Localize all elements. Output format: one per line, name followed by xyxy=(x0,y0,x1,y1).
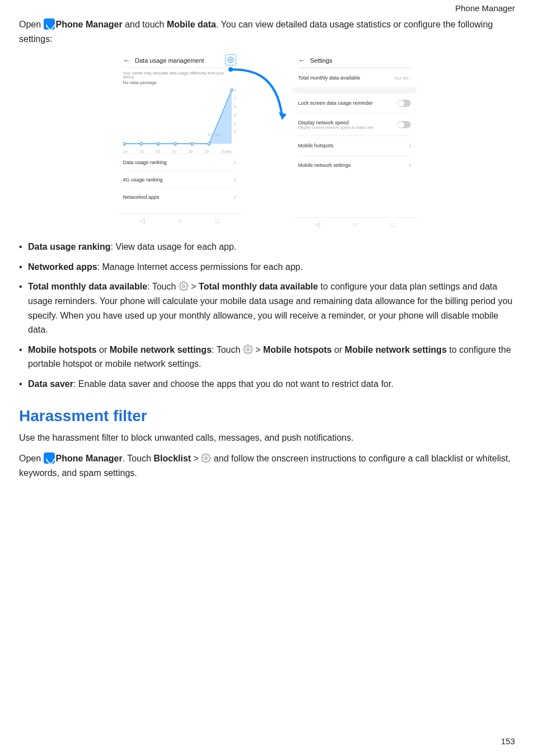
intro-paragraph: Open Phone Manager and touch Mobile data… xyxy=(19,17,515,46)
chevron-right-icon: › xyxy=(409,142,411,150)
page-number: 153 xyxy=(501,736,515,746)
svg-point-4 xyxy=(157,142,159,145)
nav-back-icon[interactable]: ◁ xyxy=(315,221,320,228)
svg-point-3 xyxy=(140,142,142,145)
nav-home-icon[interactable]: ○ xyxy=(178,217,182,224)
svg-point-0 xyxy=(229,59,231,61)
list-item: Networked apps: Manage Internet access p… xyxy=(28,260,515,274)
harassment-instructions: Open Phone Manager. Touch Blocklist > an… xyxy=(19,451,515,480)
list-item: Mobile hotspots or Mobile network settin… xyxy=(28,343,515,371)
svg-marker-10 xyxy=(279,112,287,120)
chevron-right-icon: › xyxy=(234,193,236,201)
svg-point-9 xyxy=(228,67,233,72)
phone-manager-app-icon xyxy=(44,18,55,30)
feature-bullet-list: Data usage ranking: View data usage for … xyxy=(19,240,515,391)
svg-point-11 xyxy=(182,285,185,288)
data-usage-chart: 9 7 5 3 1 0 xyxy=(123,88,236,153)
android-nav-bar: ◁ ○ □ xyxy=(118,213,242,227)
screen-title: Data usage management xyxy=(135,57,204,64)
screen-title: Settings xyxy=(310,57,332,64)
settings-gear-icon[interactable] xyxy=(225,54,236,66)
gear-icon xyxy=(179,281,189,291)
mobile-data-label: Mobile data xyxy=(167,20,216,29)
text: and touch xyxy=(123,20,167,29)
nav-home-icon[interactable]: ○ xyxy=(353,221,357,228)
4g-usage-ranking-row[interactable]: 4G usage ranking› xyxy=(123,171,236,188)
back-icon[interactable]: ← xyxy=(298,56,305,64)
svg-point-6 xyxy=(191,142,193,145)
svg-point-13 xyxy=(205,457,208,460)
networked-apps-row[interactable]: Networked apps› xyxy=(123,188,236,206)
gear-icon xyxy=(243,344,253,354)
chevron-right-icon: › xyxy=(234,158,236,166)
android-nav-bar: ◁ ○ □ xyxy=(292,217,416,231)
chevron-right-icon: › xyxy=(410,76,411,81)
data-usage-management-screen: ← Data usage management Your carrier may… xyxy=(118,53,242,226)
chart-data-label: 443 KB xyxy=(208,133,221,137)
mobile-network-settings-row[interactable]: Mobile network settings › xyxy=(298,155,411,175)
list-item: Data saver: Enable data saver and choose… xyxy=(28,377,515,391)
section-heading-harassment-filter: Harassment filter xyxy=(19,407,515,425)
nav-back-icon[interactable]: ◁ xyxy=(140,217,144,225)
total-monthly-row[interactable]: Total monthly data available Not set › xyxy=(298,68,411,87)
app-name: Phone Manager xyxy=(56,20,123,29)
phone-manager-app-icon xyxy=(44,452,55,464)
back-icon[interactable]: ← xyxy=(123,56,130,64)
svg-point-5 xyxy=(174,142,176,145)
page-header-section: Phone Manager xyxy=(19,3,515,13)
nav-recent-icon[interactable]: □ xyxy=(391,221,395,228)
data-usage-ranking-row[interactable]: Data usage ranking› xyxy=(123,153,236,171)
callout-arrow xyxy=(247,66,287,94)
settings-screen: ← Settings Total monthly data available … xyxy=(292,53,416,226)
harassment-intro: Use the harassment filter to block unwan… xyxy=(19,431,515,445)
gear-icon xyxy=(201,453,211,463)
chevron-right-icon: › xyxy=(409,161,411,169)
toggle-switch[interactable] xyxy=(397,100,411,107)
list-item: Data usage ranking: View data usage for … xyxy=(28,240,515,254)
lock-screen-reminder-row[interactable]: Lock screen data usage reminder xyxy=(298,93,411,113)
carrier-note: Your carrier may calculate data usage di… xyxy=(123,67,236,86)
toggle-switch[interactable] xyxy=(397,121,411,128)
svg-point-7 xyxy=(208,142,210,145)
mobile-hotspots-row[interactable]: Mobile hotspots › xyxy=(298,136,411,155)
display-network-speed-row[interactable]: Display network speed Display current ne… xyxy=(298,113,411,136)
svg-point-2 xyxy=(123,142,125,145)
list-item: Total monthly data available: Touch > To… xyxy=(28,279,515,337)
text: Open xyxy=(19,20,44,29)
svg-point-12 xyxy=(247,348,250,351)
nav-recent-icon[interactable]: □ xyxy=(216,217,219,224)
chevron-right-icon: › xyxy=(234,176,236,184)
screenshot-composite: ← Data usage management Your carrier may… xyxy=(19,53,515,226)
